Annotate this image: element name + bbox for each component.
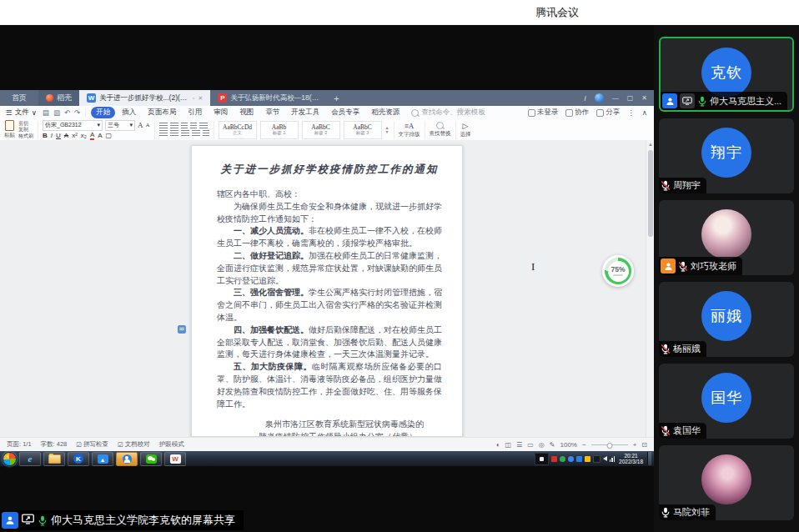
redo-icon[interactable]: ↷	[74, 108, 80, 117]
increase-indent-icon[interactable]	[190, 123, 197, 129]
more-icon[interactable]: ⋮	[627, 108, 635, 117]
line-spacing-icon[interactable]	[199, 123, 208, 129]
tray-icon-red[interactable]	[551, 456, 557, 462]
collapse-ribbon-icon[interactable]: ∧	[642, 108, 647, 117]
battery-widget[interactable]: 75%	[602, 255, 634, 287]
taskbar-clock[interactable]: 20:21 2022/3/18	[617, 453, 645, 464]
restore-button[interactable]: ▢	[627, 94, 634, 102]
eye-protect-mode[interactable]: 护眼模式	[159, 440, 184, 449]
share-button[interactable]: 分享	[596, 108, 620, 118]
ribbon-tab-dev-tools[interactable]: 开发工具	[286, 107, 324, 118]
superscript-button[interactable]: x²	[72, 132, 78, 139]
show-desktop-button[interactable]	[647, 452, 651, 465]
participant-tile[interactable]: 丽娥 杨丽娥	[659, 282, 794, 357]
ribbon-tab-insert[interactable]: 插入	[117, 107, 141, 118]
style-heading1[interactable]: AaBb 标题 1	[260, 121, 299, 139]
zoom-in-button[interactable]: +	[633, 441, 637, 449]
zoom-out-button[interactable]: −	[582, 441, 586, 449]
ribbon-tab-view[interactable]: 视图	[234, 107, 259, 118]
number-list-icon[interactable]	[170, 123, 178, 129]
font-size-select[interactable]: 三号 ▾	[105, 120, 135, 131]
taskbar-app-k[interactable]: K	[68, 452, 89, 466]
highlight-button[interactable]: A	[98, 132, 102, 139]
tray-icon-yellow[interactable]	[585, 456, 590, 462]
eye-mode-icon[interactable]: ◐	[496, 441, 500, 449]
cut-button[interactable]: 剪切	[18, 121, 33, 127]
typeset-button[interactable]: ≡A 文字排版	[394, 121, 425, 139]
file-menu-button[interactable]: ☰ 文件 ∨	[0, 108, 43, 118]
tray-icon-blue2[interactable]	[576, 456, 582, 462]
participant-tile[interactable]: 国华 袁国华	[659, 364, 794, 439]
volume-icon[interactable]	[603, 456, 607, 461]
zoom-level[interactable]: 100%	[560, 441, 576, 449]
tray-meeting-indicator[interactable]	[535, 453, 549, 465]
shrink-font-button[interactable]: A	[146, 122, 150, 128]
web-view-icon[interactable]: ▭	[527, 441, 534, 449]
tray-icon-green[interactable]	[560, 456, 565, 462]
participant-tile[interactable]: 马院刘菲	[659, 445, 794, 520]
select-button[interactable]: ▷ 选择	[456, 121, 475, 139]
screen-share-banner[interactable]: 仰大马克思主义学院李克钦的屏幕共享	[0, 510, 244, 530]
save-icon[interactable]: ▤	[43, 108, 49, 117]
strikethrough-button[interactable]: A	[64, 132, 68, 139]
collab-button[interactable]: 协作	[565, 108, 589, 118]
taskbar-wps[interactable]: W	[164, 452, 186, 466]
account-globe-icon[interactable]	[595, 93, 604, 103]
italic-button[interactable]: I	[51, 132, 53, 139]
taskbar-wechat[interactable]	[140, 452, 162, 466]
underline-button[interactable]: U	[56, 132, 61, 139]
scrollbar-thumb[interactable]	[648, 150, 653, 237]
tray-icon-qq[interactable]	[593, 455, 601, 463]
wps-docer-tab[interactable]: 稻壳	[38, 90, 79, 106]
copy-button[interactable]: 复制	[18, 127, 33, 133]
word-count[interactable]: 字数: 428	[41, 440, 68, 449]
participant-tile[interactable]: 克钦 仰大马克思主义...	[659, 37, 794, 112]
ribbon-tab-member[interactable]: 会员专享	[326, 107, 364, 118]
ribbon-tab-page-layout[interactable]: 页面布局	[143, 107, 181, 118]
vertical-scrollbar[interactable]: ▲	[646, 140, 654, 437]
justify-icon[interactable]	[192, 130, 200, 137]
align-left-icon[interactable]	[159, 130, 168, 137]
command-search-box[interactable]: 查找命令、搜索模板	[411, 108, 485, 118]
ribbon-tab-review[interactable]: 审阅	[209, 107, 233, 118]
taskbar-meeting-app[interactable]: ▲	[92, 452, 113, 466]
grow-font-button[interactable]: A	[138, 121, 143, 129]
paste-button[interactable]: 粘贴	[4, 120, 15, 139]
spellcheck-toggle[interactable]: ☑拼写检查	[76, 440, 108, 449]
tab-close-icon[interactable]: ✕	[198, 95, 203, 102]
align-right-icon[interactable]	[181, 130, 189, 137]
taskbar-explorer[interactable]	[43, 452, 65, 466]
proofread-toggle[interactable]: ☑文档校对	[118, 440, 150, 449]
minimize-button[interactable]: —	[612, 94, 619, 102]
tray-icon-blue[interactable]	[568, 456, 574, 462]
decrease-indent-icon[interactable]	[181, 123, 188, 129]
font-name-select[interactable]: 仿宋_GB2312 ▾	[43, 120, 103, 131]
ribbon-tab-section[interactable]: 章节	[260, 107, 284, 118]
ribbon-tab-home[interactable]: 开始	[91, 107, 115, 118]
format-painter-button[interactable]: 格式刷	[18, 133, 33, 139]
style-heading2[interactable]: AaBbC 标题 2	[302, 121, 340, 139]
style-heading3[interactable]: AaBbC 标题 3	[344, 121, 382, 139]
edit-view-icon[interactable]: ✎	[550, 441, 555, 449]
taskbar-ie[interactable]: e	[19, 452, 41, 466]
distribute-icon[interactable]	[203, 130, 209, 137]
scroll-up-icon[interactable]: ▲	[646, 140, 654, 147]
undo-icon[interactable]: ↶	[64, 108, 70, 117]
account-button[interactable]: 未登录	[528, 108, 559, 118]
participant-tile[interactable]: 翔宇 周翔宇	[659, 118, 794, 193]
fullscreen-icon[interactable]: ⊡	[641, 441, 647, 449]
style-normal[interactable]: AaBbCcDd 正文	[219, 121, 257, 139]
find-replace-button[interactable]: 查找替换	[425, 121, 456, 139]
subscript-button[interactable]: x₂	[81, 132, 87, 139]
font-color-button[interactable]: A	[90, 132, 94, 140]
bold-button[interactable]: B	[43, 132, 48, 139]
document-page[interactable]: 关于进一步抓好学校疫情防控工作的通知 辖区内各中职、高校： 为确保师生员工生命安…	[191, 145, 463, 437]
new-tab-button[interactable]: +	[328, 90, 344, 106]
wps-document-tab-active[interactable]: W 关于进一步抓好学校...(2)(1)(7) ▫ ✕	[79, 90, 210, 106]
taskbar-active-app[interactable]	[116, 452, 138, 466]
zoom-slider-knob[interactable]	[606, 443, 612, 449]
start-button[interactable]	[3, 452, 17, 466]
skin-icon[interactable]: I	[584, 94, 586, 103]
network-icon[interactable]	[610, 456, 616, 462]
insert-picture-button[interactable]: ▢	[106, 132, 113, 139]
